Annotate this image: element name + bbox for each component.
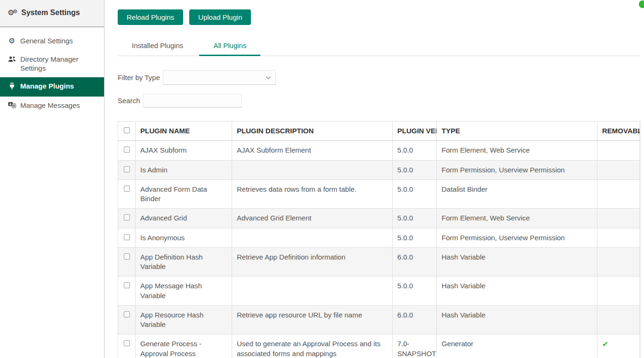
plugin-version-cell: 6.0.0 [393,305,437,334]
plugin-type-cell: Generator [437,334,597,358]
row-checkbox-cell [118,247,136,277]
plugin-name-cell: Advanced Grid [136,209,232,228]
removable-cell [597,179,641,209]
sidebar-header: ⚙⚙ System Settings [0,0,104,27]
plugin-table-body: AJAX Subform AJAX Subform Element 5.0.0 … [118,141,641,358]
plugin-name-cell: Generate Process - Approval Process [136,334,232,358]
plugin-description-cell: Retrieve app resource URL by file name [232,305,393,334]
filter-by-type-label: Filter by Type [118,73,160,81]
row-checkbox[interactable] [124,214,130,220]
plugin-type-cell: Hash Variable [437,305,597,334]
plugin-type-cell: Datalist Binder [437,179,597,209]
plugin-description-cell: Used to generate an Approval Process and… [232,334,393,358]
plugin-type-cell: Form Element, Web Service [437,141,597,160]
table-header-row: PLUGIN NAME PLUGIN DESCRIPTION PLUGIN VE… [118,122,641,141]
app-root: ⚙⚙ System Settings ⚙ General Settings Di… [0,0,644,358]
plugin-name-cell: Is Admin [136,160,232,179]
row-checkbox[interactable] [124,234,130,240]
row-checkbox-cell [118,334,136,358]
table-row[interactable]: Generate Process - Approval Process Used… [118,334,641,358]
removable-cell [597,141,641,160]
removable-cell [597,209,641,228]
search-label: Search [118,97,140,105]
toolbar: Reload Plugins Upload Plugin [118,9,644,25]
plugin-version-cell: 5.0.0 [393,209,437,228]
plugin-name-cell: Advanced Form Data Binder [136,179,232,209]
plugin-table: PLUGIN NAME PLUGIN DESCRIPTION PLUGIN VE… [118,121,640,358]
svg-text:A: A [9,103,11,106]
table-row[interactable]: App Resource Hash Variable Retrieve app … [118,305,641,334]
plugin-type-cell: Form Element, Web Service [437,209,597,228]
row-checkbox-cell [118,305,136,334]
plugin-description-cell [232,228,393,247]
tabs: Installed Plugins All Plugins [118,36,640,56]
search-input[interactable] [143,94,242,107]
filter-row: Filter by Type [118,70,644,85]
sidebar-item-manage-messages[interactable]: A B Manage Messages [0,97,104,115]
plugin-description-cell: Retrieve App Definition information [232,247,393,277]
plugin-description-cell [232,277,393,306]
search-row: Search [118,94,644,107]
sidebar-nav: ⚙ General Settings Directory Manager Set… [0,27,104,115]
plugin-description-cell: AJAX Subform Element [232,141,393,160]
svg-text:B: B [13,104,15,107]
plugin-type-cell: Hash Variable [437,247,597,277]
plugin-type-cell: Hash Variable [437,277,597,306]
plugin-version-cell: 5.0.0 [393,160,437,179]
table-row[interactable]: Advanced Form Data Binder Retrieves data… [118,179,641,209]
sidebar-item-directory-manager-settings[interactable]: Directory Manager Settings [0,50,104,78]
column-header-removable[interactable]: REMOVABLE [597,122,641,141]
gears-icon: ⚙⚙ [8,9,17,16]
table-row[interactable]: App Message Hash Variable 5.0.0 Hash Var… [118,277,641,306]
users-icon [8,56,16,65]
row-checkbox[interactable] [124,253,130,260]
plugin-name-cell: Is Anonymous [136,228,232,247]
table-row[interactable]: Advanced Grid Advanced Grid Element 5.0.… [118,209,641,228]
table-row[interactable]: Is Admin 5.0.0 Form Permission, Userview… [118,160,641,179]
sidebar-item-label: Manage Plugins [20,82,74,91]
upload-plugin-button[interactable]: Upload Plugin [189,9,251,25]
column-header-plugin-description[interactable]: PLUGIN DESCRIPTION [232,122,393,141]
plugin-version-cell: 5.0.0 [393,141,437,160]
row-checkbox-cell [118,141,136,160]
tab-all-plugins[interactable]: All Plugins [199,36,260,56]
removable-cell [597,305,641,334]
row-checkbox[interactable] [124,186,130,192]
sidebar-item-general-settings[interactable]: ⚙ General Settings [0,32,104,50]
table-row[interactable]: App Definition Hash Variable Retrieve Ap… [118,247,641,277]
select-all-cell [118,122,136,141]
tab-installed-plugins[interactable]: Installed Plugins [118,36,197,56]
row-checkbox[interactable] [124,311,130,317]
table-row[interactable]: AJAX Subform AJAX Subform Element 5.0.0 … [118,141,641,160]
plugin-name-cell: App Definition Hash Variable [136,247,232,277]
row-checkbox[interactable] [124,282,130,288]
row-checkbox[interactable] [124,146,130,153]
select-all-checkbox[interactable] [124,127,130,133]
column-header-plugin-name[interactable]: PLUGIN NAME [136,122,232,141]
plugin-version-cell: 5.0.0 [393,228,437,247]
row-checkbox[interactable] [124,340,130,346]
reload-plugins-button[interactable]: Reload Plugins [118,9,183,25]
plugin-description-cell: Advanced Grid Element [232,209,393,228]
table-row[interactable]: Is Anonymous 5.0.0 Form Permission, User… [118,228,641,247]
sidebar-item-label: Manage Messages [20,101,80,110]
plugin-version-cell: 7.0-SNAPSHOT [393,334,437,358]
row-checkbox-cell [118,179,136,209]
plugin-name-cell: App Resource Hash Variable [136,305,232,334]
removable-cell [597,277,641,306]
removable-cell [597,247,641,277]
gear-icon: ⚙ [8,37,16,45]
plugin-type-cell: Form Permission, Userview Permission [437,228,597,247]
column-header-plugin-version[interactable]: PLUGIN VERSION [393,122,437,141]
sidebar-item-manage-plugins[interactable]: Manage Plugins [0,77,104,97]
filter-type-select[interactable] [163,70,276,85]
row-checkbox[interactable] [124,166,130,172]
chevron-down-icon [265,74,272,81]
column-header-type[interactable]: TYPE [437,122,597,141]
row-checkbox-cell [118,277,136,306]
plug-icon [8,82,16,92]
messages-icon: A B [8,102,16,111]
sidebar: ⚙⚙ System Settings ⚙ General Settings Di… [0,0,105,358]
row-checkbox-cell [118,160,136,179]
plugin-description-cell [232,160,393,179]
